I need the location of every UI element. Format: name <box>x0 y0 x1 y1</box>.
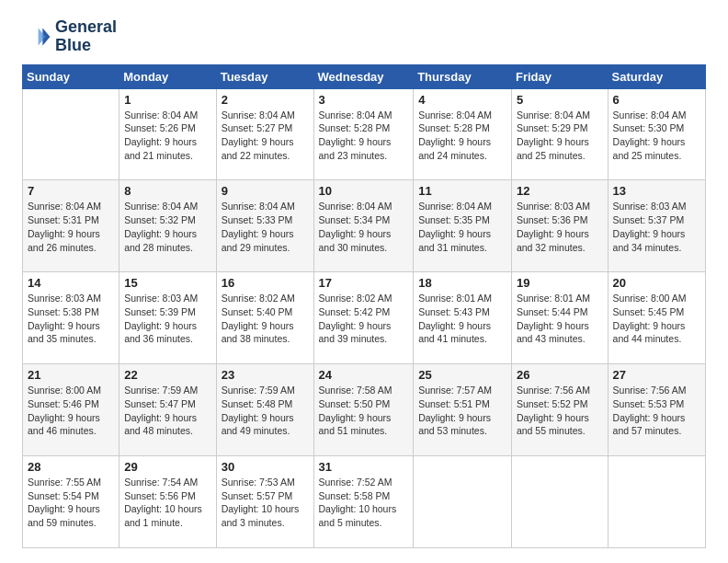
calendar-cell: 18Sunrise: 8:01 AM Sunset: 5:43 PM Dayli… <box>414 272 512 364</box>
day-info: Sunrise: 7:57 AM Sunset: 5:51 PM Dayligh… <box>418 384 506 438</box>
week-row: 28Sunrise: 7:55 AM Sunset: 5:54 PM Dayli… <box>23 456 706 548</box>
calendar-cell: 25Sunrise: 7:57 AM Sunset: 5:51 PM Dayli… <box>414 364 512 456</box>
calendar-cell: 14Sunrise: 8:03 AM Sunset: 5:38 PM Dayli… <box>23 272 119 364</box>
day-number: 25 <box>418 368 506 382</box>
day-number: 9 <box>222 184 309 198</box>
col-monday: Monday <box>119 64 216 88</box>
day-info: Sunrise: 7:52 AM Sunset: 5:58 PM Dayligh… <box>319 476 409 530</box>
day-info: Sunrise: 8:04 AM Sunset: 5:30 PM Dayligh… <box>613 109 700 163</box>
calendar-cell: 17Sunrise: 8:02 AM Sunset: 5:42 PM Dayli… <box>313 272 414 364</box>
day-info: Sunrise: 8:00 AM Sunset: 5:45 PM Dayligh… <box>613 292 700 346</box>
day-info: Sunrise: 7:59 AM Sunset: 5:47 PM Dayligh… <box>124 384 210 438</box>
col-thursday: Thursday <box>414 64 512 88</box>
day-info: Sunrise: 8:01 AM Sunset: 5:44 PM Dayligh… <box>517 292 603 346</box>
day-number: 28 <box>28 460 114 474</box>
calendar-cell: 2Sunrise: 8:04 AM Sunset: 5:27 PM Daylig… <box>216 88 313 180</box>
day-info: Sunrise: 7:54 AM Sunset: 5:56 PM Dayligh… <box>124 476 210 530</box>
day-number: 13 <box>613 184 700 198</box>
calendar-cell: 27Sunrise: 7:56 AM Sunset: 5:53 PM Dayli… <box>608 364 705 456</box>
day-info: Sunrise: 7:53 AM Sunset: 5:57 PM Dayligh… <box>222 476 309 530</box>
day-number: 16 <box>222 276 309 290</box>
calendar-cell: 9Sunrise: 8:04 AM Sunset: 5:33 PM Daylig… <box>216 180 313 272</box>
col-wednesday: Wednesday <box>313 64 414 88</box>
calendar-cell: 8Sunrise: 8:04 AM Sunset: 5:32 PM Daylig… <box>119 180 216 272</box>
calendar-cell: 22Sunrise: 7:59 AM Sunset: 5:47 PM Dayli… <box>119 364 216 456</box>
day-number: 3 <box>319 93 409 107</box>
day-number: 14 <box>28 276 114 290</box>
week-row: 7Sunrise: 8:04 AM Sunset: 5:31 PM Daylig… <box>23 180 706 272</box>
header: General Blue <box>22 18 706 55</box>
day-info: Sunrise: 8:04 AM Sunset: 5:26 PM Dayligh… <box>124 109 210 163</box>
day-number: 30 <box>222 460 309 474</box>
calendar-cell: 21Sunrise: 8:00 AM Sunset: 5:46 PM Dayli… <box>23 364 119 456</box>
day-number: 22 <box>124 368 210 382</box>
day-number: 27 <box>613 368 700 382</box>
week-row: 1Sunrise: 8:04 AM Sunset: 5:26 PM Daylig… <box>23 88 706 180</box>
day-info: Sunrise: 8:03 AM Sunset: 5:36 PM Dayligh… <box>517 200 603 254</box>
day-info: Sunrise: 8:00 AM Sunset: 5:46 PM Dayligh… <box>28 384 114 438</box>
day-number: 15 <box>124 276 210 290</box>
header-row: Sunday Monday Tuesday Wednesday Thursday… <box>23 64 706 88</box>
day-info: Sunrise: 8:01 AM Sunset: 5:43 PM Dayligh… <box>418 292 506 346</box>
day-number: 8 <box>124 184 210 198</box>
col-friday: Friday <box>511 64 608 88</box>
calendar-cell: 29Sunrise: 7:54 AM Sunset: 5:56 PM Dayli… <box>119 456 216 548</box>
calendar-cell: 19Sunrise: 8:01 AM Sunset: 5:44 PM Dayli… <box>511 272 608 364</box>
calendar-cell <box>414 456 512 548</box>
day-info: Sunrise: 8:04 AM Sunset: 5:28 PM Dayligh… <box>418 109 506 163</box>
calendar-cell: 23Sunrise: 7:59 AM Sunset: 5:48 PM Dayli… <box>216 364 313 456</box>
day-info: Sunrise: 7:59 AM Sunset: 5:48 PM Dayligh… <box>222 384 309 438</box>
col-tuesday: Tuesday <box>216 64 313 88</box>
calendar-cell <box>608 456 705 548</box>
calendar-cell: 30Sunrise: 7:53 AM Sunset: 5:57 PM Dayli… <box>216 456 313 548</box>
day-info: Sunrise: 8:04 AM Sunset: 5:29 PM Dayligh… <box>517 109 603 163</box>
day-number: 2 <box>222 93 309 107</box>
calendar-cell: 7Sunrise: 8:04 AM Sunset: 5:31 PM Daylig… <box>23 180 119 272</box>
calendar-cell: 3Sunrise: 8:04 AM Sunset: 5:28 PM Daylig… <box>313 88 414 180</box>
day-info: Sunrise: 8:04 AM Sunset: 5:27 PM Dayligh… <box>222 109 309 163</box>
calendar-cell: 28Sunrise: 7:55 AM Sunset: 5:54 PM Dayli… <box>23 456 119 548</box>
day-info: Sunrise: 7:55 AM Sunset: 5:54 PM Dayligh… <box>28 476 114 530</box>
page: General Blue Sunday Monday Tuesday Wedne… <box>0 0 728 563</box>
day-number: 21 <box>28 368 114 382</box>
day-number: 23 <box>222 368 309 382</box>
calendar-cell <box>511 456 608 548</box>
col-saturday: Saturday <box>608 64 705 88</box>
calendar-cell <box>23 88 119 180</box>
day-number: 5 <box>517 93 603 107</box>
calendar-cell: 11Sunrise: 8:04 AM Sunset: 5:35 PM Dayli… <box>414 180 512 272</box>
day-number: 12 <box>517 184 603 198</box>
week-row: 21Sunrise: 8:00 AM Sunset: 5:46 PM Dayli… <box>23 364 706 456</box>
day-number: 19 <box>517 276 603 290</box>
day-number: 18 <box>418 276 506 290</box>
day-number: 1 <box>124 93 210 107</box>
logo-text: General Blue <box>55 18 117 55</box>
calendar-cell: 12Sunrise: 8:03 AM Sunset: 5:36 PM Dayli… <box>511 180 608 272</box>
day-info: Sunrise: 8:02 AM Sunset: 5:42 PM Dayligh… <box>319 292 409 346</box>
calendar-body: 1Sunrise: 8:04 AM Sunset: 5:26 PM Daylig… <box>23 88 706 547</box>
day-info: Sunrise: 7:56 AM Sunset: 5:53 PM Dayligh… <box>613 384 700 438</box>
day-info: Sunrise: 8:03 AM Sunset: 5:38 PM Dayligh… <box>28 292 114 346</box>
day-number: 6 <box>613 93 700 107</box>
day-number: 20 <box>613 276 700 290</box>
day-info: Sunrise: 7:56 AM Sunset: 5:52 PM Dayligh… <box>517 384 603 438</box>
day-number: 11 <box>418 184 506 198</box>
calendar-cell: 13Sunrise: 8:03 AM Sunset: 5:37 PM Dayli… <box>608 180 705 272</box>
calendar-cell: 1Sunrise: 8:04 AM Sunset: 5:26 PM Daylig… <box>119 88 216 180</box>
calendar-cell: 16Sunrise: 8:02 AM Sunset: 5:40 PM Dayli… <box>216 272 313 364</box>
day-number: 4 <box>418 93 506 107</box>
calendar-cell: 10Sunrise: 8:04 AM Sunset: 5:34 PM Dayli… <box>313 180 414 272</box>
day-number: 29 <box>124 460 210 474</box>
day-info: Sunrise: 8:02 AM Sunset: 5:40 PM Dayligh… <box>222 292 309 346</box>
day-info: Sunrise: 7:58 AM Sunset: 5:50 PM Dayligh… <box>319 384 409 438</box>
calendar-cell: 15Sunrise: 8:03 AM Sunset: 5:39 PM Dayli… <box>119 272 216 364</box>
calendar-table: Sunday Monday Tuesday Wednesday Thursday… <box>22 64 706 548</box>
logo: General Blue <box>22 18 117 55</box>
calendar-cell: 24Sunrise: 7:58 AM Sunset: 5:50 PM Dayli… <box>313 364 414 456</box>
day-info: Sunrise: 8:04 AM Sunset: 5:31 PM Dayligh… <box>28 200 114 254</box>
day-info: Sunrise: 8:04 AM Sunset: 5:34 PM Dayligh… <box>319 200 409 254</box>
col-sunday: Sunday <box>23 64 119 88</box>
day-info: Sunrise: 8:03 AM Sunset: 5:37 PM Dayligh… <box>613 200 700 254</box>
day-number: 17 <box>319 276 409 290</box>
calendar-cell: 5Sunrise: 8:04 AM Sunset: 5:29 PM Daylig… <box>511 88 608 180</box>
